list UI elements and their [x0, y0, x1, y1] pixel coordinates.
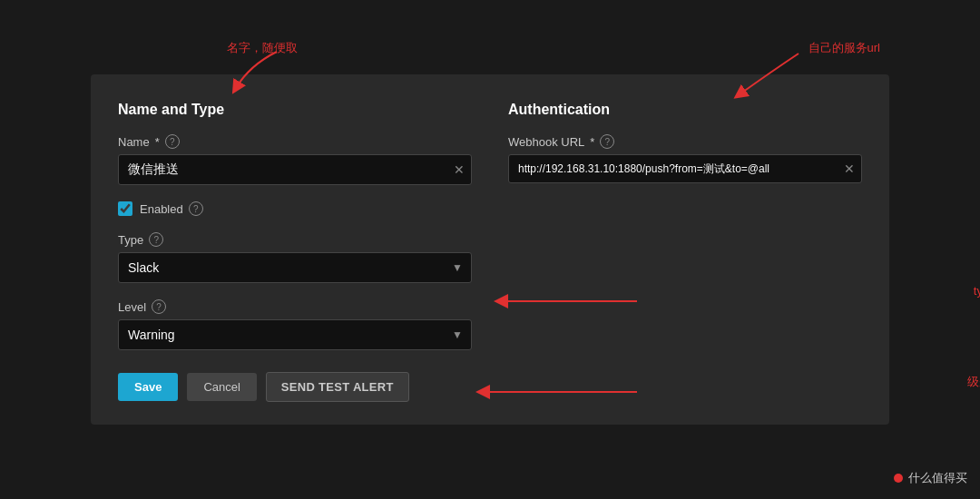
- annotation-level: 级别根据需求选择: [967, 374, 980, 390]
- save-button[interactable]: Save: [118, 373, 178, 401]
- enabled-help-icon[interactable]: ?: [189, 201, 203, 216]
- level-help-icon[interactable]: ?: [152, 299, 166, 314]
- watermark-text: 什么值得买: [908, 470, 967, 486]
- level-label: Level ?: [118, 299, 472, 314]
- buttons-row: Save Cancel SEND TEST ALERT: [118, 372, 472, 402]
- name-label: Name * ?: [118, 134, 472, 149]
- cancel-button[interactable]: Cancel: [187, 373, 256, 401]
- enabled-checkbox[interactable]: [118, 201, 132, 216]
- name-input-wrapper: ✕: [118, 154, 472, 185]
- settings-card: 名字，随便取 自己的服务url type选slack 级别根据需求选择: [91, 74, 889, 425]
- name-field-group: Name * ? ✕: [118, 134, 472, 185]
- webhook-label: Webhook URL * ?: [508, 134, 862, 149]
- type-select-wrapper: Slack Email PagerDuty Webhook ▼: [118, 252, 472, 283]
- name-help-icon[interactable]: ?: [165, 134, 180, 149]
- type-help-icon[interactable]: ?: [149, 232, 163, 247]
- name-input[interactable]: [118, 154, 472, 185]
- level-select[interactable]: Warning Critical Info: [118, 319, 472, 350]
- right-section-title: Authentication: [508, 102, 862, 118]
- webhook-clear-icon[interactable]: ✕: [844, 161, 855, 176]
- left-section-title: Name and Type: [118, 102, 472, 118]
- webhook-input-wrapper: ✕: [508, 154, 862, 183]
- watermark-dot: [894, 474, 903, 483]
- webhook-input[interactable]: [508, 154, 862, 183]
- send-test-alert-button[interactable]: SEND TEST ALERT: [266, 372, 409, 402]
- name-clear-icon[interactable]: ✕: [454, 162, 465, 177]
- webhook-help-icon[interactable]: ?: [600, 134, 614, 149]
- authentication-section: Authentication Webhook URL * ? ✕: [508, 102, 862, 402]
- webhook-field-group: Webhook URL * ? ✕: [508, 134, 862, 183]
- level-select-wrapper: Warning Critical Info ▼: [118, 319, 472, 350]
- arrow-url: [726, 49, 817, 103]
- level-field-group: Level ? Warning Critical Info ▼: [118, 299, 472, 350]
- enabled-row: Enabled ?: [118, 201, 472, 216]
- enabled-label: Enabled ?: [140, 201, 203, 216]
- type-select[interactable]: Slack Email PagerDuty Webhook: [118, 252, 472, 283]
- type-label: Type ?: [118, 232, 472, 247]
- annotation-url: 自己的服务url: [808, 40, 880, 56]
- annotation-type: type选slack: [974, 283, 980, 299]
- name-type-section: Name and Type Name * ? ✕: [118, 102, 472, 402]
- watermark: 什么值得买: [894, 470, 967, 486]
- annotation-name: 名字，随便取: [227, 40, 298, 56]
- type-field-group: Type ? Slack Email PagerDuty Webhook ▼: [118, 232, 472, 283]
